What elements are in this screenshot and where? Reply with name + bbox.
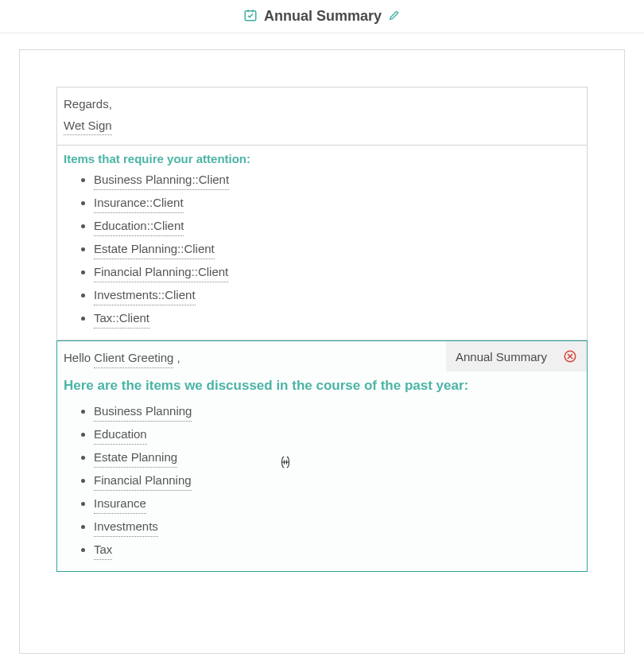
discussed-heading: Here are the items we discussed in the c… — [64, 378, 580, 394]
item-token[interactable]: Education::Client — [94, 216, 184, 236]
item-token[interactable]: Insurance — [94, 494, 146, 514]
signature-token[interactable]: Wet Sign — [64, 117, 112, 136]
item-token[interactable]: Estate Planning — [94, 448, 177, 468]
item-token[interactable]: Tax — [94, 540, 112, 560]
page-title: Annual Summary — [264, 8, 382, 25]
item-token[interactable]: Financial Planning::Client — [94, 262, 228, 282]
list-item: Insurance — [94, 494, 580, 514]
header-bar: Annual Summary — [0, 0, 644, 33]
item-token[interactable]: Education — [94, 425, 147, 445]
list-item: Tax::Client — [94, 309, 580, 329]
list-item: Investments — [94, 517, 580, 537]
item-token[interactable]: Tax::Client — [94, 309, 149, 329]
signature-block[interactable]: Regards, Wet Sign — [56, 87, 588, 146]
calendar-check-icon — [243, 8, 258, 25]
item-token[interactable]: Investments::Client — [94, 286, 196, 305]
list-item: Financial Planning — [94, 471, 580, 491]
list-item: Estate Planning::Client — [94, 239, 580, 259]
list-item: Tax — [94, 540, 580, 560]
list-item: Education — [94, 425, 580, 445]
list-item: Investments::Client — [94, 286, 580, 305]
item-token[interactable]: Insurance::Client — [94, 193, 184, 213]
attention-heading: Items that require your attention: — [64, 152, 580, 165]
item-token[interactable]: Business Planning::Client — [94, 170, 229, 190]
list-item: Estate Planning — [94, 448, 580, 468]
close-icon[interactable] — [563, 349, 577, 364]
list-item: Business Planning::Client — [94, 170, 580, 190]
document-page: Regards, Wet Sign Items that require you… — [19, 49, 625, 654]
list-item: Business Planning — [94, 402, 580, 422]
edit-icon[interactable] — [388, 9, 401, 24]
attention-list: Business Planning::ClientInsurance::Clie… — [64, 170, 580, 329]
block-tag: Annual Summary — [446, 341, 587, 371]
list-item: Financial Planning::Client — [94, 262, 580, 282]
list-item: Education::Client — [94, 216, 580, 236]
list-item: Insurance::Client — [94, 193, 580, 213]
regards-line: Regards, — [64, 95, 580, 114]
item-token[interactable]: Investments — [94, 517, 158, 537]
client-greeting-token[interactable]: Client Greeting — [94, 349, 173, 368]
block-tag-label: Annual Summary — [456, 350, 547, 364]
item-token[interactable]: Estate Planning::Client — [94, 239, 215, 259]
item-token[interactable]: Financial Planning — [94, 471, 192, 491]
annual-summary-block[interactable]: Annual Summary Hello Client Greeting , H… — [56, 340, 588, 572]
item-token[interactable]: Business Planning — [94, 402, 192, 422]
discussed-list: Business PlanningEducationEstate Plannin… — [64, 402, 580, 560]
attention-items-block[interactable]: Items that require your attention: Busin… — [56, 146, 588, 340]
